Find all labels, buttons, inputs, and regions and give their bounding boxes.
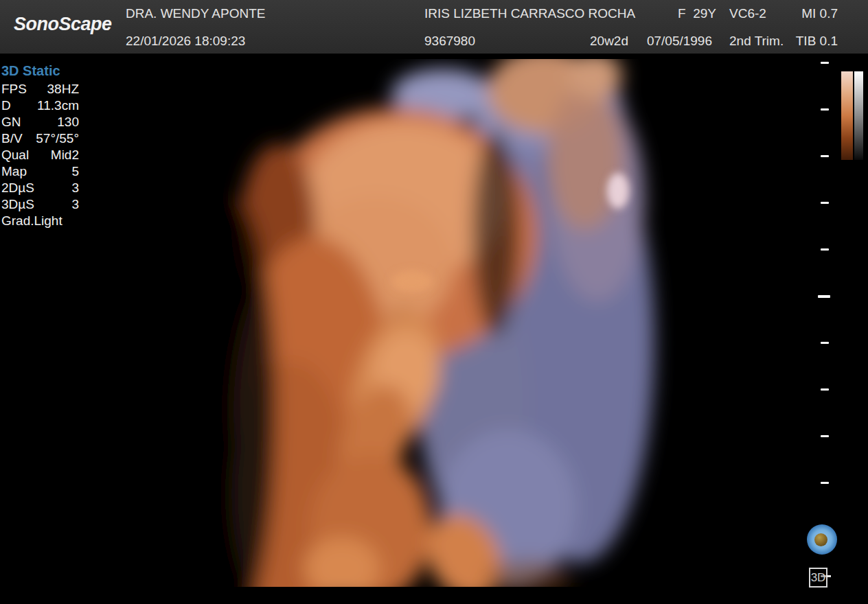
parameter-row: FPS38HZ	[1, 81, 79, 97]
parameter-label: 2DµS	[1, 180, 34, 196]
parameter-label: Map	[1, 163, 27, 180]
parameter-value: Mid2	[51, 147, 79, 163]
parameter-value: 3	[71, 196, 79, 213]
parameter-row: Grad.Light	[1, 213, 79, 229]
patient-id: 9367980	[424, 34, 475, 49]
doctor-name: DRA. WENDY APONTE	[126, 6, 265, 21]
depth-tick	[821, 435, 829, 437]
trackball-ball-icon	[814, 533, 827, 546]
parameter-label: Grad.Light	[1, 213, 62, 229]
depth-tick	[818, 295, 830, 298]
depth-tick	[821, 108, 829, 111]
parameter-row: GN130	[1, 114, 79, 130]
depth-tick	[821, 342, 829, 344]
parameter-label: GN	[1, 114, 21, 130]
probe-model: VC6-2	[729, 6, 766, 21]
parameter-value: 3	[71, 180, 79, 196]
parameter-row: QualMid2	[1, 147, 79, 163]
parameter-label: D	[1, 97, 11, 114]
sonoscape-logo: SonoScape	[14, 14, 112, 35]
parameter-row: 3DµS3	[1, 196, 79, 213]
mode-title: 3D Static	[1, 63, 104, 79]
imaging-area: 3D Static FPS38HZD11.3cmGN130B/V57°/55°Q…	[0, 55, 868, 604]
trackball-icon	[807, 524, 837, 555]
depth-tick	[821, 202, 829, 204]
patient-name: IRIS LIZBETH CARRASCO ROCHA	[424, 6, 635, 21]
gestational-age: 20w2d	[590, 34, 628, 49]
parameter-label: Qual	[1, 147, 29, 163]
depth-tick	[821, 155, 829, 157]
render-mode-tick	[826, 575, 831, 577]
parameter-row: 2DµS3	[1, 180, 79, 196]
parameter-row: D11.3cm	[1, 97, 79, 114]
exam-datetime: 22/01/2026 18:09:23	[126, 34, 245, 49]
depth-tick	[821, 388, 829, 391]
birth-date: 07/05/1996	[647, 34, 712, 49]
patient-sex-age: F 29Y	[678, 6, 716, 21]
colormap-bar	[841, 71, 853, 160]
depth-tick	[821, 482, 829, 484]
parameter-panel: 3D Static FPS38HZD11.3cmGN130B/V57°/55°Q…	[1, 63, 104, 229]
depth-tick	[821, 248, 829, 251]
parameter-value: 38HZ	[47, 81, 79, 97]
parameter-label: B/V	[1, 130, 23, 147]
parameter-label: 3DµS	[1, 196, 34, 213]
parameter-value: 57°/55°	[36, 130, 79, 147]
parameter-value: 130	[57, 114, 79, 130]
parameter-value: 11.3cm	[37, 97, 79, 114]
parameter-row: B/V57°/55°	[1, 130, 79, 147]
thermal-index: TIB 0.1	[796, 34, 838, 49]
parameter-value: 5	[71, 163, 79, 180]
ultrasound-screen: SonoScape DRA. WENDY APONTE IRIS LIZBETH…	[0, 0, 868, 604]
parameter-rows: FPS38HZD11.3cmGN130B/V57°/55°QualMid2Map…	[1, 81, 104, 229]
mechanical-index: MI 0.7	[801, 6, 838, 21]
render-mode-badge: 3D	[809, 568, 827, 588]
parameter-row: Map5	[1, 163, 79, 180]
depth-tick	[821, 62, 829, 64]
parameter-label: FPS	[1, 81, 27, 97]
trimester: 2nd Trim.	[729, 34, 784, 49]
header-bar: SonoScape DRA. WENDY APONTE IRIS LIZBETH…	[0, 0, 868, 54]
ultrasound-3d-render	[0, 55, 868, 604]
grayscale-bar	[854, 71, 863, 160]
